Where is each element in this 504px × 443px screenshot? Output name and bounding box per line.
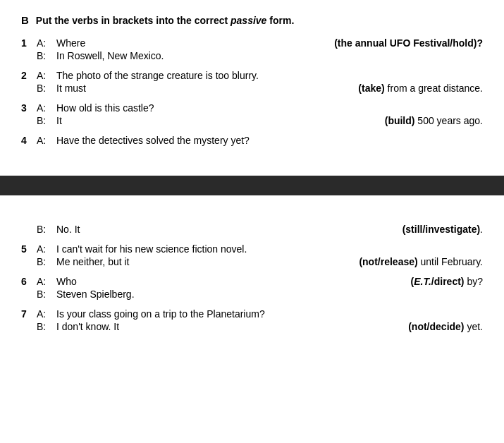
item-1-a-speaker: A: <box>37 37 56 49</box>
item-1-b-text: In Roswell, New Mexico. <box>56 50 483 61</box>
item-7-a-speaker: A: <box>37 308 56 320</box>
bottom-section: B: No. It (still/investigate). 5 A: I ca… <box>0 195 504 355</box>
item-5: 5 A: I can't wait for his new science fi… <box>21 243 483 267</box>
item-5-b: B: Me neither, but it (not/release) unti… <box>21 256 483 267</box>
item-2-b: B: It must (take) from a great distance. <box>21 83 483 94</box>
item-1: 1 A: Where (the annual UFO Festival/hold… <box>21 37 483 61</box>
item-1-b: B: In Roswell, New Mexico. <box>21 50 483 61</box>
item-1-b-speaker: B: <box>37 50 56 61</box>
item-4-num: 4 <box>21 135 37 146</box>
item-3-b-speaker: B: <box>37 115 56 126</box>
section-instruction: Put the verbs in brackets into the corre… <box>36 15 294 26</box>
divider-bar <box>0 176 504 195</box>
item-3-b: B: It (build) 500 years ago. <box>21 115 483 126</box>
item-1-num: 1 <box>21 37 37 49</box>
item-7-b: B: I don't know. It (not/decide) yet. <box>21 321 483 332</box>
item-5-a-speaker: A: <box>37 243 56 255</box>
item-4-a-text: Have the detectives solved the mystery y… <box>56 135 483 146</box>
item-5-a-text: I can't wait for his new science fiction… <box>56 243 483 255</box>
passive-word: passive <box>231 15 266 26</box>
item-1-a: 1 A: Where (the annual UFO Festival/hold… <box>21 37 483 49</box>
item-2-a-text: The photo of the strange creature is too… <box>56 70 483 81</box>
item-2-num: 2 <box>21 70 37 81</box>
section-header: B Put the verbs in brackets into the cor… <box>21 14 483 26</box>
item-3-a-speaker: A: <box>37 102 56 114</box>
item-5-b-right: (not/release) until February. <box>359 256 483 267</box>
item-4-b-right: (still/investigate). <box>402 224 483 235</box>
top-section: B Put the verbs in brackets into the cor… <box>0 0 504 169</box>
item-7-a-text: Is your class going on a trip to the Pla… <box>56 308 483 320</box>
item-7-num: 7 <box>21 308 37 320</box>
section-letter: B <box>21 14 29 26</box>
item-2-a-speaker: A: <box>37 70 56 81</box>
item-6-a-right: (E.T./direct) by? <box>411 276 483 287</box>
item-6-num: 6 <box>21 276 37 287</box>
instruction-pre: Put the verbs in brackets into the corre… <box>36 15 231 26</box>
item-6: 6 A: Who (E.T./direct) by? B: Steven Spi… <box>21 276 483 300</box>
item-4: 4 A: Have the detectives solved the myst… <box>21 135 483 146</box>
item-4-cont: B: No. It (still/investigate). <box>21 224 483 235</box>
item-1-a-right: (the annual UFO Festival/hold)? <box>334 37 483 49</box>
item-2-b-speaker: B: <box>37 83 56 94</box>
item-2-a: 2 A: The photo of the strange creature i… <box>21 70 483 81</box>
item-6-b-speaker: B: <box>37 289 56 300</box>
item-6-a-speaker: A: <box>37 276 56 287</box>
item-6-b: B: Steven Spielberg. <box>21 289 483 300</box>
item-3-b-right: (build) 500 years ago. <box>385 115 483 126</box>
item-5-num: 5 <box>21 243 37 255</box>
item-7-b-speaker: B: <box>37 321 56 332</box>
item-3-a-text: How old is this castle? <box>56 102 483 114</box>
item-4-a-speaker: A: <box>37 135 56 146</box>
item-7: 7 A: Is your class going on a trip to th… <box>21 308 483 332</box>
item-7-a: 7 A: Is your class going on a trip to th… <box>21 308 483 320</box>
item-4-b-speaker: B: <box>37 224 56 235</box>
item-6-b-text: Steven Spielberg. <box>56 289 483 300</box>
item-5-b-speaker: B: <box>37 256 56 267</box>
item-4-b: B: No. It (still/investigate). <box>21 224 483 235</box>
item-5-a: 5 A: I can't wait for his new science fi… <box>21 243 483 255</box>
item-7-b-right: (not/decide) yet. <box>408 321 483 332</box>
item-2: 2 A: The photo of the strange creature i… <box>21 70 483 94</box>
item-6-a: 6 A: Who (E.T./direct) by? <box>21 276 483 287</box>
item-3: 3 A: How old is this castle? B: It (buil… <box>21 102 483 126</box>
instruction-post: form. <box>266 15 294 26</box>
item-3-num: 3 <box>21 102 37 114</box>
item-2-b-right: (take) from a great distance. <box>358 83 483 94</box>
item-4-a: 4 A: Have the detectives solved the myst… <box>21 135 483 146</box>
item-3-a: 3 A: How old is this castle? <box>21 102 483 114</box>
